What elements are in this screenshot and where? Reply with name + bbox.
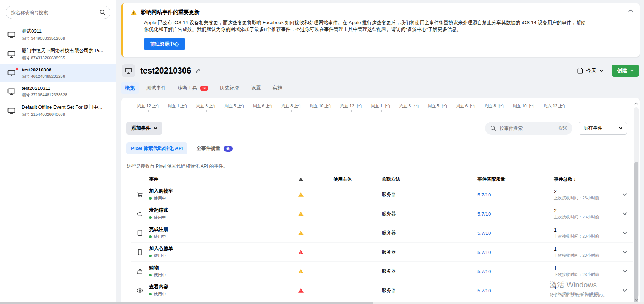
table-row-view-content[interactable]: 查看内容 使用中 服务器 5.7/10 1 上次接收时间：23小时前 — [131, 281, 633, 300]
warning-red-icon[interactable] — [298, 249, 304, 255]
last-received-time: 上次接收时间：23小时前 — [554, 234, 616, 239]
warning-yellow-icon[interactable] — [298, 268, 304, 274]
event-status: 使用中 — [154, 253, 166, 259]
event-name: 发起结账 — [149, 207, 284, 213]
event-search-input[interactable] — [500, 126, 556, 131]
sidebar-item-pixel-3-selected[interactable]: test20210306 编号 461248485233256 — [0, 64, 116, 82]
col-header-total[interactable]: 事件总数 ↓ — [554, 176, 616, 183]
axis-tick-label: 周五 12 下午 — [340, 103, 363, 112]
monitor-icon — [7, 31, 16, 39]
sidebar-item-pixel-1[interactable]: 测试0311 编号 344908833512808 — [0, 25, 116, 44]
sidebar-item-pixel-5[interactable]: Default Offline Event Set For 厦门中... 编号 … — [0, 101, 116, 120]
events-table: 事件 使用主体 关联方法 事件匹配质量 事件总数 ↓ 加入购 — [131, 174, 633, 300]
connection-method: 服务器 — [382, 191, 477, 198]
event-status: 使用中 — [154, 292, 166, 297]
event-name: 购物 — [149, 265, 284, 271]
table-row-add-to-wishlist[interactable]: 加入心愿单 使用中 服务器 5.7/10 1 上次接收时间：23小时前 — [131, 243, 633, 262]
event-status: 使用中 — [154, 196, 166, 201]
create-button[interactable]: 创建 — [612, 65, 639, 77]
monitor-icon — [7, 69, 16, 77]
sidebar-item-pixel-4[interactable]: test20210311 编号 3710644812338628 — [0, 82, 116, 101]
chart-x-axis: 周五 12 上午 周五 1 上午 周五 3 上午 周五 5 上午 周五 6 上午… — [137, 103, 567, 112]
axis-tick-label: 周五 12 上午 — [137, 103, 160, 112]
chevron-down-icon — [619, 127, 622, 130]
axis-tick-label: 周五 8 上午 — [281, 103, 302, 112]
axis-tick-label: 周五 3 下午 — [399, 103, 420, 112]
tab-aggregated-event-measurement[interactable]: 全事件衡量 新 — [192, 142, 237, 154]
axis-tick-label: 周五 5 下午 — [428, 103, 449, 112]
registration-icon — [136, 229, 143, 237]
event-total-count: 2 — [554, 208, 616, 213]
last-received-time: 上次接收时间：23小时前 — [554, 291, 616, 297]
tab-implementation[interactable]: 实施 — [268, 82, 286, 94]
match-quality-link[interactable]: 5.7/10 — [477, 192, 491, 197]
pixel-sidebar: 测试0311 编号 344908833512808 厦门中恒天下网络科技有限公司… — [0, 0, 116, 304]
match-quality-link[interactable]: 5.7/10 — [477, 288, 491, 293]
row-expand-chevron-icon[interactable] — [623, 193, 627, 196]
axis-tick-label: 周五 10 下午 — [513, 103, 536, 112]
last-received-time: 上次接收时间：23小时前 — [554, 272, 616, 277]
table-row-complete-registration[interactable]: 完成注册 使用中 服务器 5.7/10 1 上次接收时间：23小时前 — [131, 223, 633, 243]
scroll-up-arrow-icon[interactable] — [634, 102, 638, 107]
warning-triangle-icon — [131, 10, 137, 15]
tab-overview[interactable]: 概览 — [121, 82, 139, 94]
col-header-warning-icon — [298, 177, 304, 181]
row-expand-chevron-icon[interactable] — [623, 251, 627, 254]
horizontal-scrollbar-thumb[interactable] — [0, 302, 373, 304]
sidebar-item-pixel-2[interactable]: 厦门中恒天下网络科技有限公司的 Pi... 编号 874313266698955 — [0, 44, 116, 64]
axis-tick-label: 周五 1 上午 — [168, 103, 189, 112]
axis-tick-label: 周六 12 上午 — [544, 103, 567, 112]
match-quality-link[interactable]: 5.7/10 — [477, 269, 491, 274]
row-expand-chevron-icon[interactable] — [623, 270, 627, 273]
table-row-add-to-cart[interactable]: 加入购物车 使用中 服务器 5.7/10 2 上次接收时间：23小时前 — [131, 185, 633, 204]
page-tabs: 概览 测试事件 诊断工具 12 历史记录 设置 实施 — [121, 82, 639, 94]
event-status: 使用中 — [154, 234, 166, 239]
col-header-method: 关联方法 — [382, 176, 477, 183]
warning-yellow-icon[interactable] — [298, 192, 304, 197]
active-status-dot — [149, 197, 152, 200]
search-icon — [99, 9, 106, 16]
match-quality-link[interactable]: 5.7/10 — [477, 230, 491, 236]
event-name: 完成注册 — [149, 226, 284, 233]
chevron-down-icon — [154, 127, 157, 130]
match-quality-link[interactable]: 5.7/10 — [477, 211, 491, 217]
tab-diagnostics[interactable]: 诊断工具 12 — [173, 82, 213, 94]
tab-settings[interactable]: 设置 — [247, 82, 265, 94]
active-status-dot — [149, 216, 152, 219]
tab-history[interactable]: 历史记录 — [215, 82, 244, 94]
event-search-box: 0/50 — [485, 122, 572, 135]
axis-tick-label: 周五 10 上午 — [310, 103, 333, 112]
calendar-icon — [577, 67, 583, 74]
checkout-icon — [136, 210, 143, 217]
sidebar-search-input[interactable] — [6, 6, 110, 19]
alert-title: 影响网站事件的重要更新 — [141, 9, 200, 16]
date-range-dropdown[interactable]: 今天 — [577, 67, 603, 74]
warning-yellow-icon[interactable] — [298, 211, 304, 216]
cart-icon — [136, 191, 143, 198]
warning-yellow-icon[interactable] — [298, 230, 304, 235]
row-expand-chevron-icon[interactable] — [623, 232, 627, 234]
active-status-dot — [149, 293, 152, 295]
event-filter-dropdown[interactable]: 所有事件 — [579, 122, 627, 135]
alert-collapse-chevron-up-icon[interactable] — [628, 9, 633, 12]
wishlist-icon — [136, 249, 143, 256]
last-received-time: 上次接收时间：23小时前 — [554, 253, 616, 258]
horizontal-scrollbar[interactable] — [0, 302, 644, 304]
resource-center-button[interactable]: 前往资源中心 — [144, 38, 185, 50]
warning-red-icon[interactable] — [298, 288, 304, 293]
scrollbar-thumb[interactable] — [634, 162, 638, 304]
row-expand-chevron-icon[interactable] — [623, 289, 627, 292]
event-name: 查看内容 — [149, 284, 284, 290]
vertical-scrollbar[interactable] — [634, 102, 639, 303]
edit-pencil-icon[interactable] — [195, 68, 201, 74]
tab-test-events[interactable]: 测试事件 — [142, 82, 170, 94]
monitor-icon — [7, 107, 16, 115]
axis-tick-label: 周五 5 上午 — [224, 103, 245, 112]
table-row-initiate-checkout[interactable]: 发起结账 使用中 服务器 5.7/10 2 上次接收时间：23小时前 — [131, 204, 633, 223]
table-row-purchase[interactable]: 购物 使用中 服务器 5.7/10 1 上次接收时间：23小时前 — [131, 262, 633, 281]
add-event-dropdown-button[interactable]: 添加事件 — [126, 122, 162, 135]
match-quality-link[interactable]: 5.7/10 — [477, 250, 491, 255]
tab-pixel-conversions-api[interactable]: Pixel 像素代码/转化 API — [126, 142, 187, 154]
row-expand-chevron-icon[interactable] — [623, 212, 627, 215]
event-total-count: 1 — [554, 284, 616, 290]
